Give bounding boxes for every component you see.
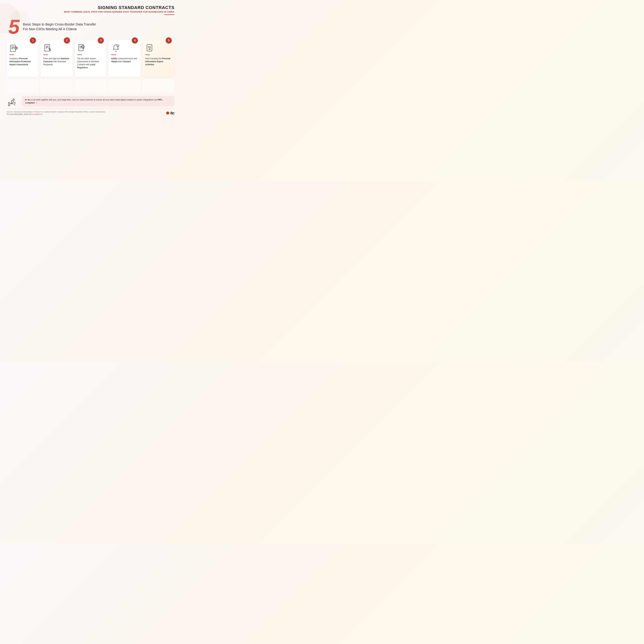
intro-text: Basic Steps to Begin Cross-Border Data T…: [23, 22, 96, 31]
page-wrapper: SIGNING STANDARD CONTRACTS MOST COMMON L…: [0, 0, 181, 181]
big-number: 5: [8, 17, 20, 37]
step-card-3: 3 File the initial Impact Assessment & S…: [75, 40, 106, 77]
bottom-row: [7, 79, 174, 93]
bottom-card-2: [41, 79, 72, 93]
intro-section: 5 Basic Steps to Begin Cross-Border Data…: [8, 17, 174, 37]
footer-text: Sources: Cyberspace Administration of Ch…: [7, 111, 105, 116]
step-2-text: Form and Sign the Standard Contracts wit…: [43, 57, 70, 66]
step-badge-3: 3: [98, 37, 104, 43]
header: SIGNING STANDARD CONTRACTS MOST COMMON L…: [7, 5, 174, 15]
step-icon-5: [145, 43, 155, 53]
step-4-text: Notify Customers/Users and Obtain their …: [111, 57, 138, 63]
step-card-4: 4 1 Notify Customers/Users and Obtain th…: [109, 40, 140, 77]
svg-rect-10: [49, 48, 51, 51]
step-badge-2: 2: [64, 37, 70, 43]
step-icon-3: [77, 43, 87, 53]
step-4-accent: [111, 55, 116, 55]
promo-dot: [25, 99, 26, 100]
hand-icon: [7, 95, 18, 107]
footer-cta-link[interactable]: it-consultis.com: [32, 113, 42, 115]
page-subtitle: MOST COMMON LEGAL PATH FOR CROSS-BORDER …: [7, 11, 174, 13]
step-card-1: 1 Conduct a Personal Information Protect…: [7, 40, 39, 77]
logo-text: itc: [170, 111, 174, 115]
header-accent-line: [164, 14, 174, 15]
promo-box: itc a can work together with you, your l…: [22, 96, 174, 107]
step-badge-4: 4: [132, 37, 138, 43]
svg-rect-17: [147, 44, 152, 51]
step-5-accent: [145, 55, 150, 55]
bottom-card-1: [7, 79, 39, 93]
promo-section: itc a can work together with you, your l…: [7, 95, 174, 107]
bottom-card-4: [109, 79, 140, 93]
step-card-5: 5 Start Carrying Out Personal Informatio…: [143, 40, 174, 77]
promo-text: a can work together with you, your legal…: [31, 99, 158, 101]
step-icon-4: 1: [111, 43, 121, 53]
footer: Sources: Cyberspace Administration of Ch…: [7, 109, 174, 116]
page-title: SIGNING STANDARD CONTRACTS: [7, 5, 174, 10]
steps-container: 1 Conduct a Personal Information Protect…: [7, 40, 174, 77]
footer-sources: Sources: Cyberspace Administration of Ch…: [7, 111, 105, 113]
promo-brand: itc: [28, 99, 30, 101]
step-icon-1: [9, 43, 19, 53]
step-1-accent: [9, 55, 14, 55]
footer-cta: For more information, check out it-consu…: [7, 113, 105, 115]
step-3-accent: [77, 55, 82, 55]
step-icon-2: [43, 43, 53, 53]
bottom-card-3: [75, 79, 106, 93]
footer-logo: itc: [166, 111, 174, 115]
step-card-2: 2 Form and Sign the Standard Contracts w…: [41, 40, 72, 77]
step-badge-1: 1: [30, 37, 36, 43]
logo-dot: [166, 112, 169, 115]
step-5-text: Start Carrying Out Personal Information …: [145, 57, 172, 66]
step-badge-5: 5: [166, 37, 172, 43]
svg-rect-6: [45, 44, 50, 51]
step-1-text: Conduct a Personal Information Protectio…: [9, 57, 36, 66]
svg-text:1: 1: [118, 45, 118, 47]
check-icon: ✓: [36, 102, 38, 104]
footer-cta-text: For more information, check out: [7, 113, 31, 115]
step-2-accent: [43, 55, 48, 55]
step-3-text: File the initial Impact Assessment & Sta…: [77, 57, 104, 69]
bottom-card-5: [143, 79, 174, 93]
